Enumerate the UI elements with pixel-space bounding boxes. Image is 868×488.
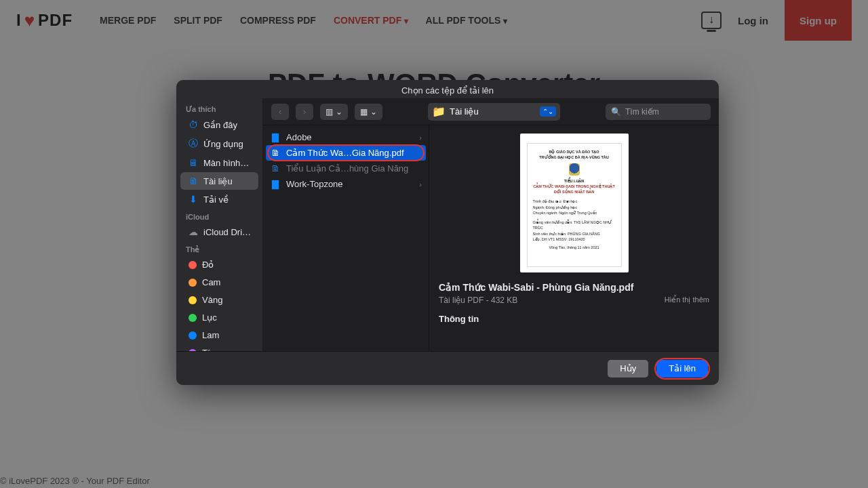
view-columns-button[interactable]: ▥⌄ [320, 104, 348, 120]
folder-icon: 📁 [432, 105, 446, 118]
dialog-title: Chọn các tệp để tải lên [176, 80, 719, 98]
folder-icon: ▇ [270, 180, 281, 189]
tag-purple[interactable]: Tía [180, 344, 258, 351]
dialog-footer: Hủy Tải lên [176, 351, 719, 385]
tag-red[interactable]: Đỏ [180, 256, 258, 273]
sidebar-item-icloud-drive[interactable]: ☁iCloud Dri… [180, 223, 258, 241]
preview-filename: Cảm Thức Wabi-Sabi - Phùng Gia Năng.pdf [439, 282, 709, 293]
pdf-icon: 🗎 [270, 148, 281, 158]
grid-icon: ▦ [360, 107, 368, 117]
file-row-tieuluan[interactable]: 🗎 Tiểu Luận Cả…hùng Gia Năng [263, 161, 429, 176]
section-icloud: iCloud [176, 209, 262, 222]
file-open-dialog: Chọn các tệp để tải lên Ưa thích ⏱Gần đâ… [176, 80, 719, 385]
cancel-button[interactable]: Hủy [608, 360, 648, 378]
file-row-selected-pdf[interactable]: 🗎 Cảm Thức Wa…Gia Năng.pdf [266, 145, 426, 161]
file-row-adobe[interactable]: ▇ Adobe › [263, 129, 429, 145]
tag-dot-orange [189, 279, 197, 287]
clock-icon: ⏱ [189, 119, 198, 130]
dialog-toolbar: ‹ › ▥⌄ ▦⌄ 📁 Tài liệu ⌃⌄ 🔍 [263, 98, 719, 125]
tag-dot-green [189, 314, 197, 322]
section-favorites: Ưa thích [176, 101, 262, 115]
chevron-down-icon: ⌄ [336, 107, 342, 117]
file-column: ▇ Adobe › 🗎 Cảm Thức Wa…Gia Năng.pdf 🗎 T… [263, 125, 429, 351]
path-selector[interactable]: 📁 Tài liệu ⌃⌄ [428, 103, 560, 121]
document-icon: 🗎 [189, 176, 198, 186]
view-grid-button[interactable]: ▦⌄ [355, 104, 382, 120]
search-icon: 🔍 [611, 107, 621, 117]
chevron-down-icon: ⌄ [370, 107, 377, 117]
preview-info-label: Thông tin [439, 314, 709, 324]
upload-button[interactable]: Tải lên [656, 360, 708, 378]
tag-dot-yellow [189, 296, 197, 304]
nav-back-button[interactable]: ‹ [271, 104, 289, 120]
sidebar-item-downloads[interactable]: ⬇Tải về [180, 190, 258, 208]
app-icon: Ⓐ [189, 138, 198, 150]
preview-pane: BỘ GIÁO DỤC VÀ ĐÀO TẠO TRƯỜNG ĐẠI HỌC BÀ… [429, 125, 719, 351]
nav-forward-button[interactable]: › [296, 104, 313, 120]
seal-icon [569, 163, 580, 176]
chevron-right-icon: › [419, 180, 422, 188]
file-row-worktop[interactable]: ▇ Work-Topzone › [263, 176, 429, 192]
dialog-sidebar: Ưa thích ⏱Gần đây ⒶỨng dụng 🖥Màn hình… 🗎… [176, 98, 263, 351]
columns-icon: ▥ [326, 107, 333, 117]
path-label: Tài liệu [450, 106, 536, 117]
sidebar-item-recent[interactable]: ⏱Gần đây [180, 116, 258, 134]
sidebar-item-desktop[interactable]: 🖥Màn hình… [180, 154, 258, 171]
search-input[interactable] [625, 107, 705, 117]
chevron-right-icon: › [419, 134, 422, 142]
tag-green[interactable]: Lục [180, 309, 258, 326]
desktop-icon: 🖥 [189, 157, 198, 168]
sidebar-item-applications[interactable]: ⒶỨng dụng [180, 134, 258, 153]
tag-dot-blue [189, 331, 197, 340]
section-tags: Thẻ [176, 241, 262, 256]
sidebar-item-documents[interactable]: 🗎Tài liệu [180, 172, 258, 190]
folder-icon: ▇ [270, 133, 281, 142]
tag-yellow[interactable]: Vàng [180, 291, 258, 308]
tag-orange[interactable]: Cam [180, 274, 258, 291]
updown-icon: ⌃⌄ [540, 106, 556, 117]
cloud-icon: ☁ [189, 226, 198, 237]
tag-dot-red [189, 261, 197, 269]
word-icon: 🗎 [270, 164, 281, 174]
download-icon: ⬇ [189, 194, 198, 205]
preview-thumbnail: BỘ GIÁO DỤC VÀ ĐÀO TẠO TRƯỜNG ĐẠI HỌC BÀ… [520, 134, 629, 272]
tag-blue[interactable]: Lam [180, 327, 258, 344]
search-box[interactable]: 🔍 [606, 104, 711, 120]
